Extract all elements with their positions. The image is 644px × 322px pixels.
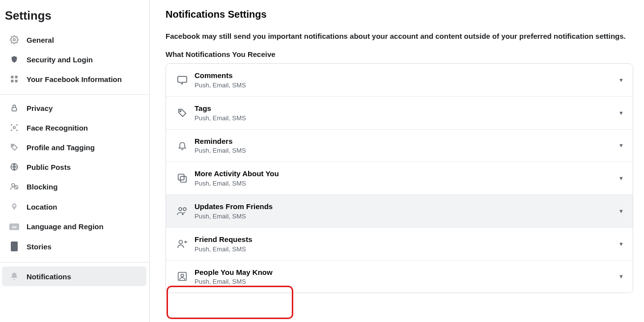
row-body: Comments Push, Email, SMS: [195, 71, 618, 89]
notification-row-comments[interactable]: Comments Push, Email, SMS ▼: [166, 64, 633, 96]
block-icon: [8, 182, 21, 191]
activity-icon: [175, 173, 190, 184]
sidebar-item-location[interactable]: Location: [2, 197, 146, 216]
row-body: Friend Requests Push, Email, SMS: [195, 235, 618, 253]
grid-icon: [8, 75, 21, 83]
sidebar-group: General Security and Login Your Facebook…: [0, 30, 149, 95]
svg-rect-15: [178, 174, 184, 180]
sidebar-item-label: Notifications: [27, 272, 71, 281]
tag-icon: [175, 107, 190, 118]
row-subtitle: Push, Email, SMS: [195, 245, 618, 253]
bell-icon: [8, 271, 21, 281]
notification-row-tags[interactable]: Tags Push, Email, SMS ▼: [166, 96, 633, 129]
svg-rect-4: [15, 80, 18, 82]
row-body: More Activity About You Push, Email, SMS: [195, 169, 618, 187]
svg-point-6: [13, 127, 16, 129]
svg-rect-13: [11, 242, 18, 251]
sidebar-item-label: Public Posts: [27, 163, 71, 171]
svg-rect-16: [180, 176, 186, 182]
friend-request-icon: [175, 239, 190, 249]
svg-point-18: [183, 208, 186, 211]
svg-point-19: [179, 240, 183, 243]
notification-row-more-activity[interactable]: More Activity About You Push, Email, SMS…: [166, 161, 633, 194]
sidebar-item-label: Blocking: [27, 183, 57, 191]
sidebar-item-label: Security and Login: [27, 55, 93, 64]
chevron-down-icon: ▼: [618, 77, 624, 83]
svg-point-7: [12, 145, 13, 146]
svg-point-0: [13, 39, 16, 41]
settings-sidebar: Settings General Security and Login Your…: [0, 0, 150, 322]
svg-point-21: [181, 274, 184, 277]
sidebar-item-security-login[interactable]: Security and Login: [2, 50, 146, 69]
sidebar-group: Privacy Face Recognition Profile and Tag…: [0, 99, 149, 263]
lock-icon: [8, 104, 21, 112]
main-content: Notifications Settings Facebook may stil…: [150, 0, 644, 322]
row-body: Tags Push, Email, SMS: [195, 104, 618, 122]
row-title: Friend Requests: [195, 235, 618, 244]
sidebar-item-your-info[interactable]: Your Facebook Information: [2, 70, 146, 88]
friends-icon: [175, 206, 190, 216]
svg-rect-5: [12, 107, 16, 111]
globe-icon: [8, 162, 21, 171]
chevron-down-icon: ▼: [618, 273, 624, 279]
shield-icon: [8, 55, 21, 64]
row-title: Updates From Friends: [195, 202, 618, 212]
sidebar-item-notifications[interactable]: Notifications: [2, 267, 146, 286]
sidebar-title: Settings: [0, 5, 149, 29]
row-subtitle: Push, Email, SMS: [195, 81, 618, 89]
sidebar-item-label: Location: [27, 203, 57, 211]
row-subtitle: Push, Email, SMS: [195, 114, 618, 122]
chevron-down-icon: ▼: [618, 241, 624, 247]
gear-icon: [8, 35, 21, 44]
notification-row-friend-requests[interactable]: Friend Requests Push, Email, SMS ▼: [166, 227, 633, 260]
location-icon: [8, 202, 21, 212]
row-title: Tags: [195, 104, 618, 113]
sidebar-item-label: Profile and Tagging: [27, 143, 95, 152]
sidebar-item-label: Stories: [27, 242, 52, 251]
svg-point-17: [179, 208, 182, 211]
sidebar-item-label: Language and Region: [27, 222, 104, 231]
sidebar-item-label: General: [27, 36, 54, 44]
tag-icon: [8, 143, 21, 152]
notification-row-updates-friends[interactable]: Updates From Friends Push, Email, SMS ▼: [166, 194, 633, 227]
section-label: What Notifications You Receive: [166, 50, 633, 58]
sidebar-item-label: Privacy: [27, 104, 53, 112]
notification-row-people-you-may-know[interactable]: People You May Know Push, Email, SMS ▼: [166, 260, 633, 293]
svg-point-9: [12, 184, 15, 187]
row-subtitle: Push, Email, SMS: [195, 147, 618, 154]
sidebar-item-public-posts[interactable]: Public Posts: [2, 158, 146, 176]
page-title: Notifications Settings: [166, 9, 633, 20]
sidebar-item-blocking[interactable]: Blocking: [2, 177, 146, 196]
row-body: People You May Know Push, Email, SMS: [195, 268, 618, 286]
people-icon: [175, 271, 190, 282]
layout: Settings General Security and Login Your…: [0, 0, 644, 322]
svg-point-14: [180, 110, 181, 112]
svg-rect-3: [11, 80, 13, 82]
row-subtitle: Push, Email, SMS: [195, 180, 618, 187]
sidebar-item-general[interactable]: General: [2, 30, 146, 49]
notifications-list: Comments Push, Email, SMS ▼ Tags Push, E…: [166, 63, 633, 293]
language-icon: Aa: [8, 223, 21, 231]
sidebar-group: Notifications: [0, 267, 149, 286]
sidebar-item-label: Face Recognition: [27, 124, 88, 132]
chevron-down-icon: ▼: [618, 142, 624, 148]
sidebar-item-label: Your Facebook Information: [27, 75, 122, 83]
sidebar-item-privacy[interactable]: Privacy: [2, 99, 146, 117]
svg-rect-1: [11, 76, 13, 78]
row-subtitle: Push, Email, SMS: [195, 278, 618, 285]
row-title: Comments: [195, 71, 618, 80]
chevron-down-icon: ▼: [618, 175, 624, 181]
row-title: People You May Know: [195, 268, 618, 277]
sidebar-item-language-region[interactable]: Aa Language and Region: [2, 217, 146, 236]
sidebar-item-stories[interactable]: Stories: [2, 237, 146, 256]
row-title: Reminders: [195, 137, 618, 146]
sidebar-item-face-recognition[interactable]: Face Recognition: [2, 118, 146, 137]
comment-icon: [175, 75, 190, 85]
row-body: Updates From Friends Push, Email, SMS: [195, 202, 618, 220]
row-subtitle: Push, Email, SMS: [195, 213, 618, 220]
chevron-down-icon: ▼: [618, 110, 624, 116]
notification-row-reminders[interactable]: Reminders Push, Email, SMS ▼: [166, 129, 633, 162]
chevron-down-icon: ▼: [618, 208, 624, 214]
sidebar-item-profile-tagging[interactable]: Profile and Tagging: [2, 138, 146, 157]
bell-icon: [175, 140, 190, 151]
